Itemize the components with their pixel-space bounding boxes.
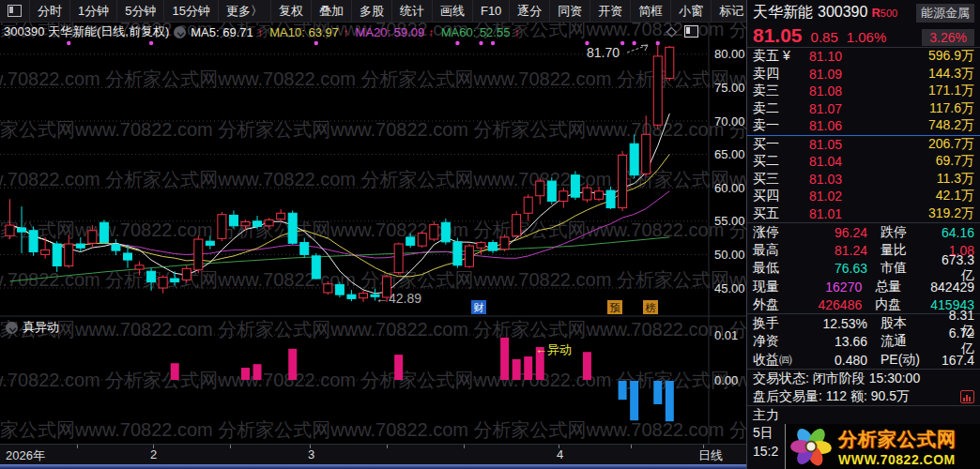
trade-status: 交易状态: 闭市阶段 15:30:00 <box>753 371 920 387</box>
ask-row[interactable]: 卖四81.09144.3万 <box>747 66 980 83</box>
candle <box>124 253 132 260</box>
sector-change-chip: 3.26% <box>922 29 974 46</box>
price-axis-label: 80.00 <box>714 47 745 61</box>
split-panel-icon[interactable] <box>684 25 698 38</box>
stat-label: 外盘 <box>753 296 800 313</box>
btn-zhufen[interactable]: 逐分 <box>510 0 550 22</box>
news-badge[interactable]: 预 <box>607 300 622 314</box>
ma-line <box>10 113 670 294</box>
quote-panel: 天华新能 300390 R 500 能源金属 81.05 0.85 1.06% … <box>746 0 980 469</box>
kline-chart-canvas[interactable]: 分析家公式网www.70822.com 分析家公式网www.70822.com … <box>0 0 746 469</box>
tab-1min[interactable]: 1分钟 <box>70 0 117 22</box>
btn-drawline[interactable]: 画线 <box>433 0 473 22</box>
signal-dot <box>149 41 153 45</box>
svg-text:财: 财 <box>474 302 484 313</box>
stat-row: 净资13.66流通6.72亿 <box>747 333 980 351</box>
ma20-label: MA20: 59.09 <box>355 25 424 39</box>
candle <box>182 268 191 280</box>
ma10-up-arrow: ↑ <box>343 25 349 39</box>
price-axis-label: 70.00 <box>714 114 745 129</box>
bid-row[interactable]: 买二81.0469.7万 <box>747 153 980 171</box>
candle <box>159 278 167 288</box>
after-hours-volume: 盘后交易量: 112 额: 90.5万 <box>753 388 910 405</box>
watermark-tile-text: 分析家公式网www.70822.com 分析家公式网www.70822.com … <box>0 68 746 89</box>
price-axis-label: 50.00 <box>714 248 745 262</box>
candle <box>53 244 61 265</box>
news-badge[interactable]: 榜 <box>643 300 658 314</box>
axis-year-label: 2026年 <box>6 447 45 464</box>
diamond-icon[interactable]: ◇ <box>666 24 677 38</box>
flower-logo-icon <box>786 425 836 468</box>
bid-row[interactable]: 买三81.0311.3万 <box>747 171 980 189</box>
bid-label: 买一 <box>753 136 802 153</box>
news-badge[interactable]: 财 <box>471 300 486 314</box>
stat-label: 净资 <box>753 333 802 350</box>
stat-value: 81.24 <box>802 243 867 258</box>
btn-f10[interactable]: F10 <box>473 0 510 22</box>
candle <box>76 244 84 248</box>
indicator-bar-up <box>524 356 532 380</box>
ask-row[interactable]: 卖二81.07117.6万 <box>747 100 980 118</box>
candle <box>300 243 309 255</box>
signal-dot <box>67 41 70 45</box>
bid-row[interactable]: 买五81.01319.2万 <box>747 205 980 223</box>
price-axis-label: 45.00 <box>714 281 745 295</box>
candle <box>583 188 591 200</box>
chart-header: 300390 天华新能(日线,前复权) MA5: 69.71↑ MA10: 63… <box>4 24 527 39</box>
ask-row[interactable]: 卖一81.06748.2万 <box>747 117 980 135</box>
indicator-bar-up <box>500 338 509 380</box>
flag-r: R <box>871 6 880 20</box>
ma60-up-arrow: ↑ <box>513 25 520 39</box>
btn-simpleframe[interactable]: 简框 <box>631 0 671 22</box>
layout-icon[interactable] <box>0 0 30 22</box>
tab-timeshare[interactable]: 分时 <box>30 0 70 22</box>
indicator-bar-up <box>288 349 297 380</box>
watermark-block: 分析家公式网 WWW.70822.COM <box>785 424 980 469</box>
watermark-site-url: WWW.70822.COM <box>838 452 957 467</box>
ask-row[interactable]: 卖三81.08171.1万 <box>747 83 980 100</box>
btn-stats[interactable]: 统计 <box>392 0 433 22</box>
chevron-down-icon[interactable] <box>6 322 18 334</box>
stat-label: 市值 <box>867 260 939 277</box>
btn-fuquan[interactable]: 复权 <box>271 0 312 22</box>
btn-tongzi[interactable]: 同资 <box>550 0 590 22</box>
stat-value: 426486 <box>800 297 863 312</box>
clipped-row: 主力 <box>747 406 980 424</box>
stat-row: 收益㈣0.480PE(动)167.4 <box>747 351 980 369</box>
mini-chart-icon[interactable] <box>960 390 974 403</box>
btn-multistock[interactable]: 多股 <box>352 0 392 22</box>
indicator-header: 真异动 <box>6 319 59 336</box>
sector-chip[interactable]: 能源金属 <box>916 4 974 23</box>
indicator-name: 真异动 <box>23 319 59 336</box>
tab-15min[interactable]: 15分钟 <box>164 0 218 22</box>
candle <box>547 181 556 201</box>
watermark-tile-text: 分析家公式网www.70822.com 分析家公式网www.70822.com … <box>0 319 746 340</box>
stat-value: 96.24 <box>802 225 867 240</box>
stat-label: 股本 <box>867 315 939 332</box>
candle <box>465 246 473 266</box>
bid-row[interactable]: 买四81.0242.1万 <box>747 188 980 205</box>
signal-dot <box>479 41 482 45</box>
ask-price: 81.08 <box>802 83 877 98</box>
bid-volume: 69.7万 <box>877 153 974 170</box>
ask-row[interactable]: 卖五 ¥81.10596.9万 <box>747 48 980 66</box>
bottom-scrollbar[interactable] <box>0 464 785 469</box>
time-axis[interactable]: 2026年 2 3 4 日线 <box>0 444 746 465</box>
stat-label: 现量 <box>753 279 800 295</box>
chart-title: 300390 天华新能(日线,前复权) <box>4 23 169 40</box>
btn-overlay[interactable]: 叠加 <box>312 0 352 22</box>
chevron-down-icon[interactable] <box>174 26 186 38</box>
bid-label: 买五 <box>753 205 802 222</box>
watermark-tile-text: 分析家公式网www.70822.com 分析家公式网www.70822.com … <box>0 419 746 440</box>
price-axis-label: 60.00 <box>714 181 745 195</box>
btn-kaizi[interactable]: 开资 <box>590 0 631 22</box>
candle <box>171 279 179 282</box>
ask-volume: 748.2万 <box>877 117 974 134</box>
btn-smallwindow[interactable]: 小窗 <box>671 0 712 22</box>
candle <box>18 228 26 232</box>
tab-5min[interactable]: 5分钟 <box>117 0 164 22</box>
tab-more[interactable]: 更多〉 <box>219 0 271 22</box>
candle <box>241 222 250 226</box>
bid-row[interactable]: 买一81.05206.7万 <box>747 136 980 154</box>
candle <box>100 222 108 242</box>
